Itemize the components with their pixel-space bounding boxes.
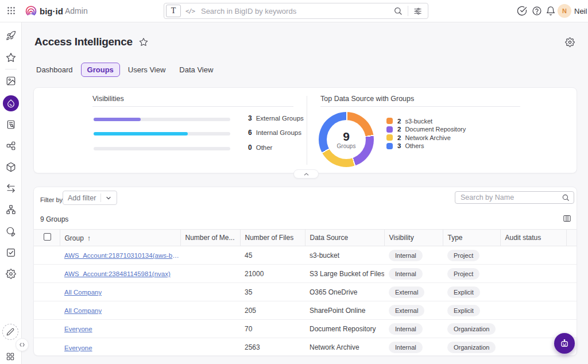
legend-count: 2 (397, 126, 401, 133)
external-groups-text: External Groups (256, 115, 304, 122)
legend-swatch (386, 126, 393, 133)
cell-source: s3-bucket (305, 246, 384, 265)
col-audit-status[interactable]: Audit status (500, 230, 566, 246)
data-cube-icon[interactable] (6, 162, 16, 172)
table-row: AWS_Account:218710310134(aws-bigid-pr...… (34, 246, 577, 265)
help-icon[interactable] (532, 6, 542, 16)
cell-members (180, 265, 240, 283)
query-search-toggle[interactable]: </> (185, 7, 195, 14)
collapse-summary-button[interactable] (293, 169, 319, 179)
apps-grid-icon[interactable] (6, 352, 15, 361)
favorites-star-icon[interactable] (6, 52, 16, 63)
row-select-cell (34, 338, 60, 357)
tab-data-view[interactable]: Data View (179, 63, 213, 77)
group-link[interactable]: All Company (64, 307, 102, 314)
edit-pencil-button[interactable] (2, 324, 18, 340)
col-audit-label: Audit status (505, 234, 541, 242)
summary-panel: Visibilities 3External Groups 6Internal … (33, 87, 577, 173)
table-search-input[interactable] (461, 193, 562, 202)
text-search-toggle[interactable]: T (166, 5, 181, 17)
cell-extra (566, 283, 577, 301)
getting-started-rocket-icon[interactable] (6, 30, 16, 41)
access-intelligence-active-nav[interactable] (3, 95, 19, 111)
donut-total-label: Groups (337, 143, 356, 149)
cell-members (180, 338, 240, 357)
cell-extra (566, 246, 577, 265)
type-badge: Project (447, 268, 479, 280)
col-number-of-files[interactable]: Number of Files (240, 230, 305, 246)
cell-type: Explicit (443, 301, 500, 320)
add-filter-button[interactable]: Add filter (63, 191, 117, 205)
col-number-of-members[interactable]: Number of Me... (180, 230, 240, 246)
global-search-input[interactable] (201, 7, 393, 16)
cell-visibility: Internal (384, 265, 443, 283)
settings-gear-icon[interactable] (6, 269, 16, 279)
cell-group: AWS_Account:218710310134(aws-bigid-pr... (60, 246, 180, 265)
col-files-label: Number of Files (245, 234, 294, 242)
search-icon[interactable] (562, 193, 570, 202)
group-link[interactable]: Everyone (64, 326, 92, 332)
cell-audit (500, 283, 566, 301)
notifications-bell-icon[interactable] (546, 6, 556, 16)
cell-type: Organization (443, 320, 500, 338)
page-settings-gear-icon[interactable] (565, 37, 575, 47)
table-row: AWS_Account:238481145981(nvax) 21000 S3 … (34, 265, 577, 283)
group-link[interactable]: Everyone (64, 344, 92, 351)
other-text: Other (256, 144, 273, 151)
col-type[interactable]: Type (443, 230, 500, 246)
group-link[interactable]: AWS_Account:218710310134(aws-bigid-pr... (64, 252, 179, 259)
dashboard-image-icon[interactable] (6, 76, 16, 86)
cluster-nodes-icon[interactable] (6, 141, 16, 151)
group-link[interactable]: AWS_Account:238481145981(nvax) (64, 270, 171, 277)
donut-center: 9 Groups (327, 120, 366, 159)
col-group[interactable]: Group↑ (60, 230, 180, 246)
cell-files: 70 (240, 320, 305, 338)
catalog-search-icon[interactable] (6, 119, 16, 130)
row-select-cell (34, 283, 60, 301)
search-icon[interactable] (393, 6, 403, 16)
tab-groups[interactable]: Groups (81, 63, 120, 77)
left-sidebar-nav (0, 22, 22, 364)
col-data-source[interactable]: Data Source (305, 230, 384, 246)
row-select-cell (34, 301, 60, 320)
tab-dashboard[interactable]: Dashboard (36, 63, 73, 77)
advanced-search-icon[interactable] (413, 7, 422, 16)
brand-name: big·id (40, 6, 63, 16)
visibility-badge: Internal (389, 268, 423, 280)
col-visibility[interactable]: Visibility (384, 230, 443, 246)
cell-type: Organization (443, 338, 500, 357)
tab-users-view[interactable]: Users View (128, 63, 166, 77)
sort-asc-icon[interactable]: ↑ (87, 234, 91, 242)
col-members-label: Number of Me... (185, 234, 235, 242)
select-all-checkbox[interactable] (44, 233, 51, 241)
app-launcher-icon[interactable] (7, 7, 15, 14)
chevron-down-icon[interactable] (105, 195, 112, 202)
type-badge: Organization (447, 323, 496, 335)
privacy-edit-icon[interactable] (6, 226, 16, 237)
cell-group: All Company (60, 301, 180, 320)
compliance-check-icon[interactable] (6, 247, 16, 258)
filter-by-label: Filter by (40, 196, 63, 203)
assistant-fab-button[interactable] (554, 333, 575, 354)
global-search-bar[interactable]: T </> (164, 3, 428, 19)
network-sitemap-icon[interactable] (6, 204, 16, 215)
legend-text: Network Archive (405, 134, 450, 141)
internal-groups-bar (94, 132, 230, 135)
cell-visibility: Internal (384, 320, 443, 338)
user-avatar[interactable]: N (558, 4, 571, 18)
sidebar-expand-handle[interactable] (16, 338, 29, 351)
user-name[interactable]: Neil (574, 7, 587, 16)
favorite-star-icon[interactable] (139, 37, 148, 47)
cell-members (180, 246, 240, 265)
data-flows-arrows-icon[interactable] (6, 183, 16, 193)
column-settings-icon[interactable] (563, 214, 571, 223)
cell-audit (500, 265, 566, 283)
tasks-status-icon[interactable] (517, 6, 527, 16)
legend-swatch (386, 118, 393, 124)
table-search-box[interactable] (455, 191, 574, 204)
other-label: 0Other (248, 144, 272, 152)
group-link[interactable]: All Company (64, 289, 102, 296)
row-select-cell (34, 320, 60, 338)
legend-count: 2 (397, 134, 401, 141)
table-row: Everyone 2563 Network Archive Internal O… (34, 338, 577, 357)
